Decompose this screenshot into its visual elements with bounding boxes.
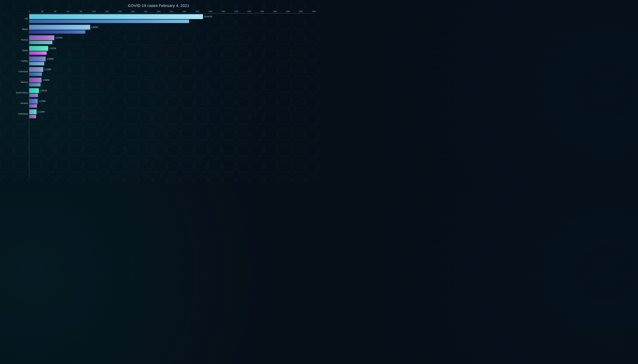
bar-top-brazil: 9.405M [29,25,90,30]
x-tick-16M: 16M [131,10,134,12]
country-label-indonesia: Indonesia [4,112,28,115]
bar-value-ukraine: 1.275M [39,100,46,102]
x-tick-2M: 2M [41,10,43,12]
x-tick-0: 0 [29,10,30,12]
bar-wrapper-mexico: 1.886M [29,78,314,86]
country-label-ukraine: Ukraine [4,102,28,104]
x-tick-22M: 22M [170,10,173,12]
bars-section: US26.847MBrazil9.405MRussia3.875MSpain2.… [29,14,314,178]
x-tick-44M: 44M [312,10,315,12]
bar-value-colombia: 2.135M [44,68,51,71]
bar-value-brazil: 9.405M [91,26,98,28]
bar-bot-mexico [29,83,41,86]
x-tick-4M: 4M [54,10,56,12]
bar-top-spain: 2.913M [29,46,48,51]
x-tick-14M: 14M [118,10,121,12]
bar-top-ukraine: 1.275M [29,99,38,104]
x-tick-24M: 24M [182,10,186,12]
x-tick-18M: 18M [144,10,147,12]
country-label-russia: Russia [4,38,28,41]
bar-row-ukraine: Ukraine1.275M [29,99,314,108]
bar-value-south-africa: 1.467M [40,90,47,92]
x-tick-10M: 10M [92,10,96,12]
bar-top-indonesia: 1.123M [29,109,37,114]
country-label-colombia: Colombia [4,70,28,73]
bar-value-spain: 2.913M [49,47,56,50]
x-tick-38M: 38M [273,10,277,12]
bar-top-turkey: 2.509M [29,56,46,61]
bar-wrapper-south-africa: 1.467M [29,88,314,97]
bar-wrapper-us: 26.847M [29,14,314,23]
country-label-mexico: Mexico [4,81,28,83]
bar-top-us: 26.847M [29,14,203,19]
bar-row-mexico: Mexico1.886M [29,78,314,86]
bar-bot-colombia [29,72,42,76]
bar-row-us: US26.847M [29,14,314,23]
bar-wrapper-spain: 2.913M [29,46,314,55]
x-tick-30M: 30M [221,10,225,12]
bar-value-mexico: 1.886M [43,79,50,81]
bar-top-mexico: 1.886M [29,78,42,82]
bar-bot-ukraine [29,104,37,108]
x-tick-8M: 8M [80,10,82,12]
chart-container: COVID-19 cases February 4, 2021 02M4M6M8… [0,0,319,182]
x-tick-34M: 34M [247,10,251,12]
x-tick-20M: 20M [157,10,160,12]
x-tick-40M: 40M [286,10,290,12]
country-label-brazil: Brazil [4,28,28,30]
bar-wrapper-turkey: 2.509M [29,56,314,65]
bar-bot-russia [29,41,52,44]
bar-row-turkey: Turkey2.509M [29,56,314,65]
bar-row-indonesia: Indonesia1.123M [29,109,314,118]
chart-area: 02M4M6M8M10M12M14M16M18M20M22M24M26M28M3… [4,10,314,178]
country-label-spain: Spain [4,49,28,52]
x-tick-12M: 12M [105,10,109,12]
bar-top-russia: 3.875M [29,35,54,40]
x-tick-36M: 36M [260,10,264,12]
bar-row-brazil: Brazil9.405M [29,25,314,34]
bar-value-indonesia: 1.123M [38,110,45,113]
bar-wrapper-ukraine: 1.275M [29,99,314,108]
bar-bot-turkey [29,62,44,65]
bar-row-spain: Spain2.913M [29,46,314,55]
bar-bot-south-africa [29,94,38,97]
bar-value-turkey: 2.509M [47,58,54,60]
bar-row-colombia: Colombia2.135M [29,67,314,76]
x-tick-26M: 26M [195,10,199,12]
country-label-us: US [4,17,28,20]
bar-row-russia: Russia3.875M [29,35,314,44]
bar-bot-brazil [29,30,85,34]
bar-wrapper-russia: 3.875M [29,35,314,44]
bar-top-colombia: 2.135M [29,67,43,72]
country-label-turkey: Turkey [4,60,28,62]
x-tick-6M: 6M [67,10,69,12]
x-tick-32M: 32M [234,10,238,12]
country-label-south-africa: South Africa [4,91,28,94]
bar-row-south-africa: South Africa1.467M [29,88,314,97]
axis-line [29,14,312,14]
x-tick-42M: 42M [299,10,303,12]
bar-wrapper-indonesia: 1.123M [29,109,314,118]
chart-title: COVID-19 cases February 4, 2021 [4,4,314,8]
x-tick-28M: 28M [208,10,212,12]
x-axis: 02M4M6M8M10M12M14M16M18M20M22M24M26M28M3… [29,10,314,14]
bar-value-russia: 3.875M [55,36,62,39]
bar-top-south-africa: 1.467M [29,88,39,93]
bar-value-us: 26.847M [204,16,212,18]
bar-wrapper-colombia: 2.135M [29,67,314,76]
bar-wrapper-brazil: 9.405M [29,25,314,34]
bar-bot-us [29,20,189,23]
bar-bot-spain [29,51,47,55]
bar-bot-indonesia [29,115,36,118]
